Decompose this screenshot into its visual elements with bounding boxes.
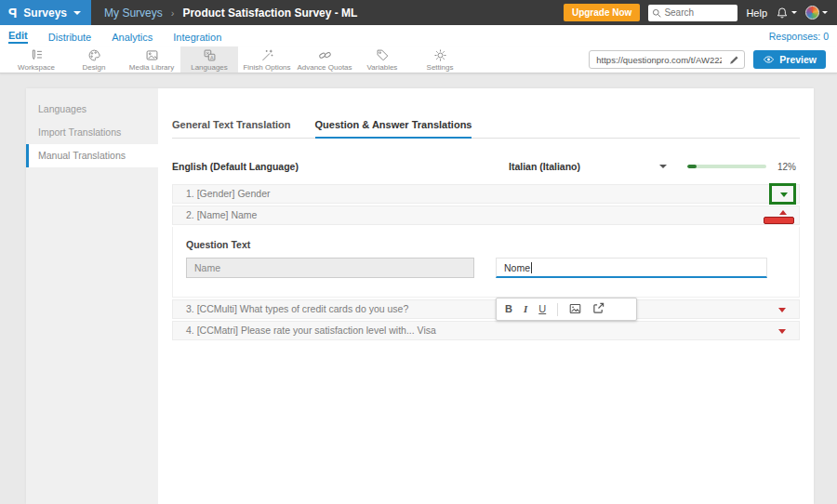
preview-button[interactable]: Preview (753, 50, 826, 69)
surveys-product-menu[interactable]: P Surveys (0, 0, 91, 25)
toolbar-label: Languages (191, 63, 228, 72)
breadcrumb-my-surveys[interactable]: My Surveys (104, 7, 163, 20)
translation-value: Nome (504, 262, 530, 273)
pencil-icon (729, 55, 739, 65)
svg-text:A: A (210, 54, 214, 60)
question-text-label: Question Text (186, 239, 799, 250)
target-language-value: Italian (Italiano) (509, 161, 580, 172)
toolbar-settings[interactable]: Settings (411, 46, 469, 73)
search-icon (652, 8, 661, 18)
tag-icon (376, 48, 390, 62)
toolbar-label: Variables (367, 63, 398, 72)
help-link[interactable]: Help (746, 7, 767, 19)
question-row-ccmatri[interactable]: 4. [CCMatri] Please rate your satisfacti… (172, 321, 800, 340)
question-label: 1. [Gender] Gender (186, 188, 270, 199)
workspace-icon (30, 48, 44, 62)
manual-translations-content: General Text Translation Question & Answ… (158, 88, 814, 504)
translate-icon: A (203, 48, 217, 62)
text-cursor (531, 262, 532, 273)
image-icon (145, 48, 159, 62)
gear-icon (433, 48, 447, 62)
insert-link-button[interactable] (592, 302, 604, 316)
annotation-red-bar (764, 217, 794, 224)
toolbar-media-library[interactable]: Media Library (123, 46, 180, 73)
language-header-row: English (Default Language) Italian (Ital… (172, 161, 800, 172)
collapse-caret-icon[interactable] (779, 210, 787, 215)
eye-icon (763, 55, 775, 64)
chevron-down-icon (822, 11, 828, 14)
sidebar-item-languages[interactable]: Languages (26, 98, 158, 121)
translation-tabs: General Text Translation Question & Answ… (172, 119, 800, 139)
question-label: 4. [CCMatri] Please rate your satisfacti… (186, 325, 436, 336)
insert-image-button[interactable] (569, 303, 581, 316)
notifications-button[interactable] (776, 7, 797, 20)
survey-url-box (589, 50, 745, 69)
nav-integration[interactable]: Integration (173, 30, 221, 43)
rich-text-toolbar: B I U (496, 298, 637, 321)
breadcrumb-separator: › (171, 7, 175, 19)
toolbar-divider (557, 303, 558, 316)
underline-button[interactable]: U (538, 304, 546, 314)
search-input[interactable] (664, 7, 729, 18)
account-menu[interactable] (805, 6, 828, 20)
toolbar-languages[interactable]: A Languages (180, 46, 238, 73)
toolbar-label: Media Library (129, 63, 174, 72)
external-link-icon (592, 302, 604, 314)
top-bar-actions: Upgrade Now Help (564, 4, 837, 21)
edit-url-button[interactable] (724, 51, 744, 68)
sidebar-item-manual-translations[interactable]: Manual Translations (26, 144, 158, 167)
tab-general-text-translation[interactable]: General Text Translation (172, 119, 291, 139)
nav-edit[interactable]: Edit (8, 28, 28, 44)
questionpro-logo: P (8, 6, 17, 20)
progress-percent-label: 12% (777, 162, 800, 172)
edit-toolbar: Workspace Design Media Library A Languag… (0, 46, 837, 73)
toolbar-label: Advance Quotas (297, 63, 352, 72)
toolbar-finish-options[interactable]: Finish Options (238, 46, 296, 73)
question-translation-editor: Question Text Nome B I U (172, 227, 800, 298)
toolbar-variables[interactable]: Variables (353, 46, 411, 73)
question-row-gender[interactable]: 1. [Gender] Gender (172, 184, 800, 204)
nav-distribute[interactable]: Distribute (48, 30, 91, 43)
sidebar-item-import-translations[interactable]: Import Translations (26, 121, 158, 144)
surveys-menu-label: Surveys (23, 7, 67, 20)
target-language-select[interactable]: Italian (Italiano) (509, 161, 667, 172)
nav-analytics[interactable]: Analytics (112, 30, 153, 43)
breadcrumb: My Surveys › Product Satisfaction Survey… (104, 7, 357, 20)
toolbar-advance-quotas[interactable]: Advance Quotas (296, 46, 353, 73)
question-row-name[interactable]: 2. [Name] Name (172, 206, 800, 225)
survey-url-input[interactable] (590, 55, 724, 65)
toolbar-label: Finish Options (243, 63, 290, 72)
chevron-down-icon (791, 11, 797, 14)
upgrade-now-button[interactable]: Upgrade Now (564, 4, 640, 21)
survey-nav: Edit Distribute Analytics Integration Re… (0, 25, 837, 46)
magic-wand-icon (260, 48, 274, 62)
toolbar-design[interactable]: Design (65, 46, 123, 73)
global-search-box[interactable] (648, 5, 737, 21)
toolbar-label: Settings (427, 63, 454, 72)
annotation-green-highlight-box (769, 183, 796, 205)
translations-sidebar: Languages Import Translations Manual Tra… (26, 88, 158, 504)
source-language-label: English (Default Language) (172, 161, 299, 172)
translation-edit-row: Nome (186, 258, 799, 278)
chain-links-icon (318, 48, 332, 62)
questionpro-app: P Surveys My Surveys › Product Satisfact… (0, 0, 837, 504)
translation-text-input[interactable]: Nome (496, 258, 767, 278)
preview-label: Preview (779, 54, 817, 65)
italic-button[interactable]: I (524, 304, 527, 314)
expand-caret-icon[interactable] (778, 308, 786, 312)
question-label: 3. [CCMulti] What types of credit cards … (186, 303, 408, 314)
question-row-ccmulti[interactable]: 3. [CCMulti] What types of credit cards … (172, 299, 800, 319)
toolbar-label: Design (83, 63, 106, 72)
chevron-down-icon (659, 165, 667, 168)
question-list: 1. [Gender] Gender 2. [Name] Name Questi… (172, 184, 800, 340)
chevron-down-icon (73, 11, 81, 15)
tab-question-answer-translations[interactable]: Question & Answer Translations (315, 119, 472, 139)
progress-fill (687, 165, 697, 168)
bold-button[interactable]: B (505, 304, 512, 314)
toolbar-workspace[interactable]: Workspace (7, 46, 65, 73)
responses-count[interactable]: Responses: 0 (769, 31, 837, 42)
avatar (805, 6, 819, 20)
expand-caret-icon[interactable] (778, 329, 786, 334)
insert-image-icon (569, 303, 581, 314)
question-label: 2. [Name] Name (186, 209, 257, 220)
